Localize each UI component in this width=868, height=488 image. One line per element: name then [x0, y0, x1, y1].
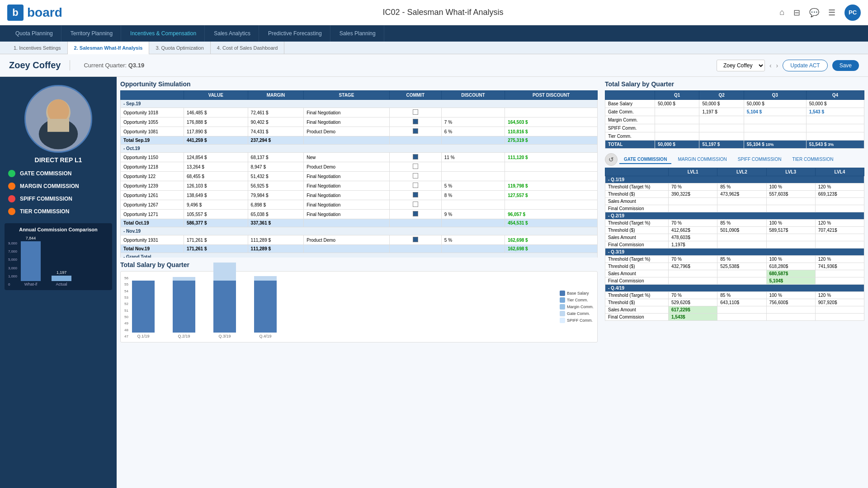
bar-actual: 1,197 Actual: [52, 270, 71, 286]
table-row: Final Commission 1,543$: [605, 314, 864, 321]
tab-tier-commission[interactable]: TIER COMMISSION: [788, 155, 838, 164]
bar-chart: 7,844 What-if 1,197 Actual: [21, 236, 71, 286]
gt-col-label: [605, 168, 669, 176]
sq-col-q4: Q4: [806, 91, 864, 100]
sq-row-spiff: SPIFF Comm.: [605, 124, 864, 132]
checkbox-checked[interactable]: [413, 128, 418, 134]
nav-prev-icon[interactable]: ‹: [769, 62, 772, 69]
sub-nav-cost-dashboard[interactable]: 4. Cost of Sales Dashboard: [211, 42, 285, 54]
table-row: Opportunity 1018 146,485 $ 72,461 $ Fina…: [121, 108, 598, 117]
nav-item-incentives[interactable]: Incentives & Compensation: [122, 25, 205, 42]
table-row: Opportunity 1081 117,890 $ 74,431 $ Prod…: [121, 127, 598, 136]
sq-row-gate: Gate Comm. 1,197 $ 5,104 $ 1,543 $: [605, 108, 864, 116]
annual-title: Annual Commission Comparison: [8, 227, 108, 232]
y-axis-labels: 9,0007,0005,0003,0001,0000: [8, 241, 17, 286]
col-discount: DISCOUNT: [441, 91, 505, 100]
legend-base-salary: Base Salary: [560, 291, 594, 296]
nav-item-sales-analytics[interactable]: Sales Analytics: [206, 25, 259, 42]
gt-col-lvl3: LVL3: [766, 168, 815, 176]
sub-nav-incentives-settings[interactable]: 1. Incentives Settings: [7, 42, 68, 54]
chart-bars: Q.1/19 Q.2/19: [132, 275, 552, 338]
spiff-comm-dot: [8, 195, 15, 202]
current-quarter: Current Quarter: Q3.19: [84, 62, 703, 69]
tab-spiff-commission[interactable]: SPIFF COMMISSION: [733, 155, 786, 164]
tab-gate-commission[interactable]: GATE COMMISSION: [619, 155, 671, 164]
nav-item-quota[interactable]: Quota Planning: [7, 25, 61, 42]
top-icons: ⌂ ⊟ 💬 ☰ PC: [779, 5, 861, 21]
q2-bar-group: Q.2/19: [173, 277, 195, 338]
table-row: Opportunity 1239 126,103 $ 56,925 $ Fina…: [121, 181, 598, 191]
checkbox[interactable]: [413, 173, 418, 178]
comm-item-tier: TIER COMMISSION: [5, 205, 112, 218]
nav-next-icon[interactable]: ›: [776, 62, 778, 69]
main-content: DIRECT REP L1 GATE COMMISSION MARGIN COM…: [0, 77, 868, 488]
col-name: [121, 91, 184, 100]
sub-nav-quota-optimization[interactable]: 3. Quota Optimization: [149, 42, 210, 54]
table-row: Threshold ($) 432,796$525,538$618,280$74…: [605, 263, 864, 270]
save-button[interactable]: Save: [832, 60, 859, 71]
nav-bar: Quota Planning Territory Planning Incent…: [0, 25, 868, 42]
table-row: Final Commission 5,104$: [605, 277, 864, 285]
col-commit: COMMIT: [389, 91, 441, 100]
col-margin: MARGIN: [248, 91, 304, 100]
logo-text: board: [27, 5, 62, 20]
gate-commission-table: LVL1 LVL2 LVL3 LVL4 - Q.1/19 Threshold (…: [605, 168, 864, 321]
nav-item-sales-planning[interactable]: Sales Planning: [331, 25, 384, 42]
sub-nav-salesman-whatif[interactable]: 2. Salesman What-If Analysis: [68, 42, 150, 54]
table-row: Sales Amount 680,587$: [605, 270, 864, 277]
print-icon[interactable]: ⊟: [793, 8, 800, 18]
checkbox[interactable]: [413, 183, 418, 188]
rep-label: DIRECT REP L1: [5, 156, 112, 164]
commission-tab-bar: ↺ GATE COMMISSION MARGIN COMMISSION SPIF…: [605, 153, 864, 166]
checkbox-checked[interactable]: [413, 154, 418, 160]
opportunity-table-container[interactable]: VALUE MARGIN STAGE COMMIT DISCOUNT POST …: [120, 90, 598, 258]
sq-col-q2: Q2: [699, 91, 744, 100]
checkbox-checked[interactable]: [413, 192, 418, 197]
checkbox-checked[interactable]: [413, 237, 418, 242]
lower-chart-container: 56555453525150494847 Q.1/19: [120, 271, 598, 343]
q1-bar-group: Q.1/19: [132, 281, 155, 338]
nav-item-predictive[interactable]: Predictive Forecasting: [260, 25, 330, 42]
tab-margin-commission[interactable]: MARGIN COMMISSION: [673, 155, 731, 164]
nav-item-territory[interactable]: Territory Planning: [62, 25, 121, 42]
salary-quarter-title: Total Salary by Quarter: [605, 80, 864, 88]
sq-row-tier: Tier Comm.: [605, 132, 864, 141]
menu-icon[interactable]: ☰: [828, 8, 835, 18]
profile-image: [24, 85, 92, 153]
reset-button[interactable]: ↺: [605, 153, 618, 166]
update-act-button[interactable]: Update ACT: [783, 60, 827, 71]
opportunity-table: VALUE MARGIN STAGE COMMIT DISCOUNT POST …: [120, 90, 598, 258]
sq-row-base: Base Salary 50,000 $ 50,000 $ 50,000 $ 5…: [605, 100, 864, 108]
opportunity-simulation-title: Opportunity Simulation: [120, 80, 598, 88]
q4-stacked-bar: [254, 276, 277, 333]
table-row: Opportunity 1218 13,264 $ 8,947 $ Produc…: [121, 162, 598, 172]
total-sep19: Total Sep.19 441,259 $ 237,294 $ 275,319…: [121, 136, 598, 145]
comm-item-spiff: SPIFF COMMISSION: [5, 192, 112, 205]
checkbox-checked[interactable]: [413, 119, 418, 124]
margin-comm-label: MARGIN COMMISSION: [20, 183, 79, 189]
center-panel: Opportunity Simulation VALUE MARGIN STAG…: [117, 77, 601, 488]
table-row: Threshold (Target %) 70 %85 %100 %120 %: [605, 183, 864, 191]
table-row: Threshold ($) 390,322$473,962$557,603$66…: [605, 191, 864, 198]
checkbox[interactable]: [413, 202, 418, 207]
home-icon[interactable]: ⌂: [779, 8, 784, 17]
avatar[interactable]: PC: [844, 5, 861, 21]
salesman-dropdown[interactable]: Zoey Coffey: [717, 60, 765, 71]
chat-icon[interactable]: 💬: [809, 8, 819, 18]
q1-header: - Q.1/19: [605, 176, 864, 183]
gt-col-lvl1: LVL1: [669, 168, 717, 176]
table-row: Threshold (Target %) 70 %85 %100 %120 %: [605, 292, 864, 299]
table-row: Opportunity 1150 124,854 $ 68,137 $ New …: [121, 153, 598, 162]
checkbox[interactable]: [413, 109, 418, 115]
checkbox-checked[interactable]: [413, 211, 418, 216]
lower-chart-section: Total Salary by Quarter 5655545352515049…: [120, 261, 598, 343]
checkbox[interactable]: [413, 164, 418, 169]
gt-col-lvl2: LVL2: [717, 168, 766, 176]
q4-header: - Q.4/19: [605, 285, 864, 292]
spiff-comm-label: SPIFF COMMISSION: [20, 196, 72, 202]
col-post-discount: POST DISCOUNT: [505, 91, 598, 100]
col-value: VALUE: [184, 91, 248, 100]
tier-comm-label: TIER COMMISSION: [20, 208, 69, 215]
left-panel: DIRECT REP L1 GATE COMMISSION MARGIN COM…: [0, 77, 117, 488]
group-sep19: - Sep.19: [121, 100, 598, 108]
